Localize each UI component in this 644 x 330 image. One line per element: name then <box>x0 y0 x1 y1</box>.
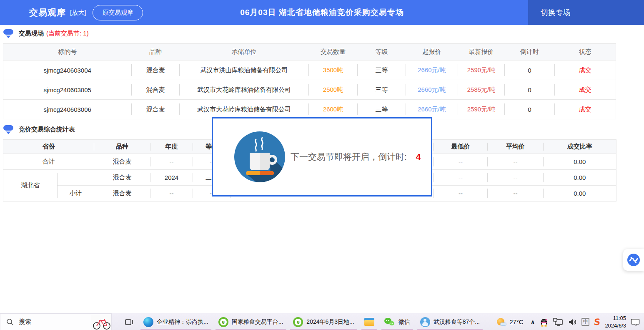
app-label: 微信 <box>398 318 410 326</box>
original-view-button[interactable]: 原交易观摩 <box>93 5 143 20</box>
cell-scope: 合计 <box>3 154 94 170</box>
app-title: 交易观摩 <box>29 7 66 18</box>
cell-variety: 混合麦 <box>132 100 180 119</box>
live-trading-table: 标的号 品种 承储单位 交易数量 等级 起报价 最新报价 倒计时 状态 sjmc… <box>3 43 616 119</box>
table-row: sjmcg240603005 混合麦 武汉市大花岭库粮油储备有限公司 2500吨… <box>3 80 616 100</box>
col-min-price: 最低价 <box>434 140 488 154</box>
cell-start-price: 2660元/吨 <box>406 60 458 80</box>
col-deal-ratio: 成交比率 <box>544 140 616 154</box>
taskbar-search[interactable]: 搜索 <box>0 313 112 330</box>
taskbar-tray: 27°C ∧ <box>496 313 644 330</box>
col-qty: 交易数量 <box>309 44 358 60</box>
cell-start-price: 2660元/吨 <box>406 100 458 119</box>
cell-countdown: 0 <box>505 80 555 100</box>
cell-latest-price: 2590元/吨 <box>458 60 505 80</box>
divider-dotted <box>93 34 619 34</box>
weather-sun-cloud-icon <box>496 317 506 327</box>
app-label: 武汉粮食等87个... <box>434 318 480 326</box>
search-label: 搜索 <box>19 318 31 326</box>
col-variety: 品种 <box>132 44 180 60</box>
app-label: 2024年6月3日地... <box>306 318 354 326</box>
cell-min-price: -- <box>434 170 488 186</box>
cell-variety: 混合麦 <box>132 80 180 100</box>
cell-status: 成交 <box>555 80 616 100</box>
taskbar-app-doc-2024[interactable]: e 2024年6月3日地... <box>288 313 359 330</box>
browser-360-icon: e <box>293 317 303 327</box>
sogou-input-icon[interactable]: S <box>594 317 601 327</box>
enlarge-link[interactable]: [放大] <box>70 9 86 17</box>
col-countdown: 倒计时 <box>505 44 555 60</box>
cell-qty: 2500吨 <box>309 80 358 100</box>
cell-subscope <box>58 170 94 186</box>
qq-icon[interactable] <box>539 317 549 327</box>
table-header-row: 标的号 品种 承储单位 交易数量 等级 起报价 最新报价 倒计时 状态 <box>3 44 616 60</box>
wechat-icon <box>384 317 395 327</box>
search-icon <box>6 318 14 326</box>
browser-360-icon: e <box>218 317 228 327</box>
taskbar-clock[interactable]: 11:05 2024/6/3 <box>605 315 626 329</box>
taskbar-app-grain-platform[interactable]: e 国家粮食交易平台... <box>213 313 288 330</box>
tray-chevron-up-icon[interactable]: ∧ <box>531 319 535 325</box>
service-logo-icon <box>626 253 641 267</box>
cell-start-price: 2660元/吨 <box>406 80 458 100</box>
switch-session-button[interactable]: 切换专场 <box>528 0 644 25</box>
volume-icon[interactable] <box>568 318 577 326</box>
screen: 交易观摩 [放大] 原交易观摩 06月03日 湖北省地储粮油竞价采购交易专场 切… <box>0 0 644 330</box>
col-province: 省份 <box>3 140 94 154</box>
cell-min-price: -- <box>434 154 488 170</box>
cell-min-price: -- <box>434 186 488 202</box>
cell-countdown: 0 <box>505 100 555 119</box>
cell-grade: 三等 <box>358 80 406 100</box>
col-depot: 承储单位 <box>180 44 309 60</box>
cell-lot-id: sjmcg240603005 <box>3 80 132 100</box>
cell-depot: 武汉市洪山库粮油储备有限公司 <box>180 60 309 80</box>
cell-variety: 混合麦 <box>94 154 150 170</box>
task-view-icon <box>125 318 133 326</box>
live-section-header: 交易现场 (当前交易节: 1) <box>3 29 619 38</box>
cell-avg-price: -- <box>488 186 544 202</box>
app-label: 国家粮食交易平台... <box>232 318 283 326</box>
taskbar-apps: 企业精神：崇尚执... e 国家粮食交易平台... e 2024年6月3日地..… <box>120 313 485 330</box>
clock-date: 2024/6/3 <box>605 322 626 330</box>
cell-depot: 武汉市大花岭库粮油储备有限公司 <box>180 100 309 119</box>
notification-center-icon[interactable] <box>631 318 640 326</box>
app-label: 企业精神：崇尚执... <box>157 318 208 326</box>
stats-section-title: 竞价交易综合统计表 <box>19 126 75 134</box>
col-lot-id: 标的号 <box>3 44 132 60</box>
switch-session-label: 切换专场 <box>541 8 571 18</box>
cell-countdown: 0 <box>505 60 555 80</box>
cell-depot: 武汉市大花岭库粮油储备有限公司 <box>180 80 309 100</box>
countdown-message: 下一交易节即将开启，倒计时: <box>291 151 407 163</box>
taskbar-app-wuhan-grain[interactable]: 武汉粮食等87个... <box>415 313 485 330</box>
pin-icon <box>3 125 14 134</box>
cell-avg-price: -- <box>488 170 544 186</box>
cell-status: 成交 <box>555 100 616 119</box>
coffee-cup-icon <box>234 131 286 183</box>
ime-indicator[interactable]: 中 <box>581 318 589 326</box>
floating-service-button[interactable] <box>623 249 644 271</box>
cell-province: 湖北省 <box>3 170 58 202</box>
cell-deal-ratio: 0.00 <box>544 154 616 170</box>
cell-deal-ratio: 0.00 <box>544 170 616 186</box>
live-section-title: 交易现场 <box>19 30 44 38</box>
task-view-button[interactable] <box>120 313 138 330</box>
col-avg-price: 平均价 <box>488 140 544 154</box>
display-network-icon[interactable] <box>553 318 563 326</box>
taskbar: 搜索 企业精神：崇尚执... <box>0 313 644 330</box>
cell-latest-price: 2585元/吨 <box>458 80 505 100</box>
cell-subscope: 小计 <box>58 186 94 202</box>
taskbar-app-wechat[interactable]: 微信 <box>379 313 415 330</box>
taskbar-app-explorer[interactable] <box>359 313 379 330</box>
cell-qty: 3500吨 <box>309 60 358 80</box>
cell-lot-id: sjmcg240603004 <box>3 60 132 80</box>
cell-lot-id: sjmcg240603006 <box>3 100 132 119</box>
weather-widget[interactable]: 27°C <box>496 317 524 327</box>
cell-qty: 2600吨 <box>309 100 358 119</box>
col-year: 年度 <box>150 140 193 154</box>
grain-app-icon <box>420 317 430 327</box>
table-row: sjmcg240603006 混合麦 武汉市大花岭库粮油储备有限公司 2600吨… <box>3 100 616 119</box>
temperature: 27°C <box>509 318 524 325</box>
pin-icon <box>3 29 14 38</box>
countdown-modal: 下一交易节即将开启，倒计时: 4 <box>212 117 432 196</box>
taskbar-app-edge[interactable]: 企业精神：崇尚执... <box>138 313 213 330</box>
